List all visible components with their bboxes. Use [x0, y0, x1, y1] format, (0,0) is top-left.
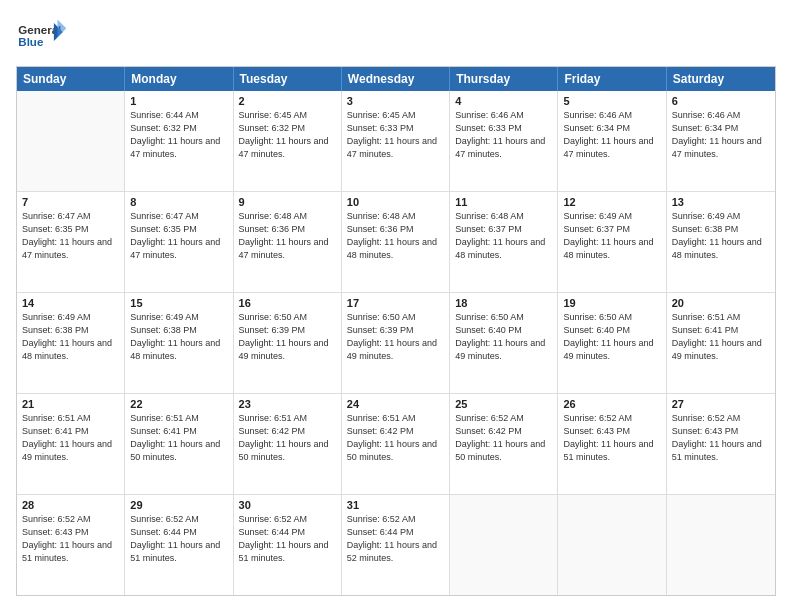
cell-info: Sunrise: 6:48 AMSunset: 6:36 PMDaylight:… [239, 210, 336, 262]
cell-info: Sunrise: 6:48 AMSunset: 6:36 PMDaylight:… [347, 210, 444, 262]
calendar-cell: 1Sunrise: 6:44 AMSunset: 6:32 PMDaylight… [125, 91, 233, 191]
cell-date-number: 5 [563, 95, 660, 107]
cell-date-number: 17 [347, 297, 444, 309]
calendar-cell: 8Sunrise: 6:47 AMSunset: 6:35 PMDaylight… [125, 192, 233, 292]
cell-date-number: 21 [22, 398, 119, 410]
calendar-cell: 11Sunrise: 6:48 AMSunset: 6:37 PMDayligh… [450, 192, 558, 292]
cell-info: Sunrise: 6:52 AMSunset: 6:42 PMDaylight:… [455, 412, 552, 464]
cell-date-number: 29 [130, 499, 227, 511]
cell-info: Sunrise: 6:52 AMSunset: 6:44 PMDaylight:… [347, 513, 444, 565]
calendar-cell: 28Sunrise: 6:52 AMSunset: 6:43 PMDayligh… [17, 495, 125, 595]
cell-date-number: 8 [130, 196, 227, 208]
cell-info: Sunrise: 6:51 AMSunset: 6:41 PMDaylight:… [22, 412, 119, 464]
svg-text:Blue: Blue [18, 36, 44, 48]
cell-date-number: 2 [239, 95, 336, 107]
calendar-day-header: Wednesday [342, 67, 450, 91]
logo: General Blue [16, 16, 66, 56]
calendar-week: 28Sunrise: 6:52 AMSunset: 6:43 PMDayligh… [17, 495, 775, 595]
calendar-cell: 4Sunrise: 6:46 AMSunset: 6:33 PMDaylight… [450, 91, 558, 191]
cell-date-number: 22 [130, 398, 227, 410]
calendar-day-header: Saturday [667, 67, 775, 91]
cell-date-number: 13 [672, 196, 770, 208]
cell-info: Sunrise: 6:52 AMSunset: 6:43 PMDaylight:… [22, 513, 119, 565]
cell-info: Sunrise: 6:46 AMSunset: 6:34 PMDaylight:… [672, 109, 770, 161]
calendar-week: 21Sunrise: 6:51 AMSunset: 6:41 PMDayligh… [17, 394, 775, 495]
calendar-cell [17, 91, 125, 191]
calendar-cell: 23Sunrise: 6:51 AMSunset: 6:42 PMDayligh… [234, 394, 342, 494]
cell-info: Sunrise: 6:52 AMSunset: 6:44 PMDaylight:… [239, 513, 336, 565]
cell-date-number: 25 [455, 398, 552, 410]
cell-info: Sunrise: 6:45 AMSunset: 6:32 PMDaylight:… [239, 109, 336, 161]
cell-info: Sunrise: 6:48 AMSunset: 6:37 PMDaylight:… [455, 210, 552, 262]
calendar-cell: 6Sunrise: 6:46 AMSunset: 6:34 PMDaylight… [667, 91, 775, 191]
calendar-day-header: Friday [558, 67, 666, 91]
calendar-cell: 5Sunrise: 6:46 AMSunset: 6:34 PMDaylight… [558, 91, 666, 191]
cell-date-number: 6 [672, 95, 770, 107]
cell-date-number: 28 [22, 499, 119, 511]
cell-date-number: 23 [239, 398, 336, 410]
cell-info: Sunrise: 6:51 AMSunset: 6:41 PMDaylight:… [130, 412, 227, 464]
header: General Blue [16, 16, 776, 56]
calendar-day-header: Sunday [17, 67, 125, 91]
calendar-day-header: Tuesday [234, 67, 342, 91]
calendar-week: 1Sunrise: 6:44 AMSunset: 6:32 PMDaylight… [17, 91, 775, 192]
cell-date-number: 10 [347, 196, 444, 208]
calendar-cell: 7Sunrise: 6:47 AMSunset: 6:35 PMDaylight… [17, 192, 125, 292]
calendar: SundayMondayTuesdayWednesdayThursdayFrid… [16, 66, 776, 596]
cell-info: Sunrise: 6:47 AMSunset: 6:35 PMDaylight:… [22, 210, 119, 262]
cell-info: Sunrise: 6:50 AMSunset: 6:39 PMDaylight:… [347, 311, 444, 363]
calendar-cell: 3Sunrise: 6:45 AMSunset: 6:33 PMDaylight… [342, 91, 450, 191]
cell-date-number: 30 [239, 499, 336, 511]
cell-info: Sunrise: 6:46 AMSunset: 6:34 PMDaylight:… [563, 109, 660, 161]
calendar-cell [450, 495, 558, 595]
calendar-cell: 27Sunrise: 6:52 AMSunset: 6:43 PMDayligh… [667, 394, 775, 494]
cell-date-number: 16 [239, 297, 336, 309]
cell-date-number: 9 [239, 196, 336, 208]
calendar-day-header: Monday [125, 67, 233, 91]
calendar-cell [558, 495, 666, 595]
cell-date-number: 26 [563, 398, 660, 410]
calendar-cell: 16Sunrise: 6:50 AMSunset: 6:39 PMDayligh… [234, 293, 342, 393]
calendar-header: SundayMondayTuesdayWednesdayThursdayFrid… [17, 67, 775, 91]
calendar-cell: 15Sunrise: 6:49 AMSunset: 6:38 PMDayligh… [125, 293, 233, 393]
cell-date-number: 14 [22, 297, 119, 309]
cell-info: Sunrise: 6:52 AMSunset: 6:44 PMDaylight:… [130, 513, 227, 565]
cell-date-number: 1 [130, 95, 227, 107]
calendar-cell [667, 495, 775, 595]
logo-icon: General Blue [16, 16, 66, 56]
cell-date-number: 18 [455, 297, 552, 309]
cell-date-number: 4 [455, 95, 552, 107]
cell-date-number: 20 [672, 297, 770, 309]
calendar-cell: 25Sunrise: 6:52 AMSunset: 6:42 PMDayligh… [450, 394, 558, 494]
cell-date-number: 3 [347, 95, 444, 107]
cell-info: Sunrise: 6:52 AMSunset: 6:43 PMDaylight:… [563, 412, 660, 464]
calendar-cell: 13Sunrise: 6:49 AMSunset: 6:38 PMDayligh… [667, 192, 775, 292]
cell-info: Sunrise: 6:49 AMSunset: 6:38 PMDaylight:… [672, 210, 770, 262]
cell-date-number: 7 [22, 196, 119, 208]
calendar-cell: 10Sunrise: 6:48 AMSunset: 6:36 PMDayligh… [342, 192, 450, 292]
calendar-cell: 18Sunrise: 6:50 AMSunset: 6:40 PMDayligh… [450, 293, 558, 393]
calendar-cell: 21Sunrise: 6:51 AMSunset: 6:41 PMDayligh… [17, 394, 125, 494]
calendar-cell: 2Sunrise: 6:45 AMSunset: 6:32 PMDaylight… [234, 91, 342, 191]
cell-info: Sunrise: 6:51 AMSunset: 6:41 PMDaylight:… [672, 311, 770, 363]
calendar-cell: 31Sunrise: 6:52 AMSunset: 6:44 PMDayligh… [342, 495, 450, 595]
cell-info: Sunrise: 6:50 AMSunset: 6:39 PMDaylight:… [239, 311, 336, 363]
calendar-body: 1Sunrise: 6:44 AMSunset: 6:32 PMDaylight… [17, 91, 775, 595]
calendar-cell: 29Sunrise: 6:52 AMSunset: 6:44 PMDayligh… [125, 495, 233, 595]
cell-info: Sunrise: 6:47 AMSunset: 6:35 PMDaylight:… [130, 210, 227, 262]
calendar-cell: 22Sunrise: 6:51 AMSunset: 6:41 PMDayligh… [125, 394, 233, 494]
calendar-cell: 26Sunrise: 6:52 AMSunset: 6:43 PMDayligh… [558, 394, 666, 494]
calendar-cell: 19Sunrise: 6:50 AMSunset: 6:40 PMDayligh… [558, 293, 666, 393]
calendar-cell: 24Sunrise: 6:51 AMSunset: 6:42 PMDayligh… [342, 394, 450, 494]
cell-info: Sunrise: 6:49 AMSunset: 6:37 PMDaylight:… [563, 210, 660, 262]
cell-date-number: 12 [563, 196, 660, 208]
cell-info: Sunrise: 6:46 AMSunset: 6:33 PMDaylight:… [455, 109, 552, 161]
cell-info: Sunrise: 6:49 AMSunset: 6:38 PMDaylight:… [22, 311, 119, 363]
cell-date-number: 24 [347, 398, 444, 410]
calendar-cell: 14Sunrise: 6:49 AMSunset: 6:38 PMDayligh… [17, 293, 125, 393]
calendar-cell: 9Sunrise: 6:48 AMSunset: 6:36 PMDaylight… [234, 192, 342, 292]
cell-date-number: 31 [347, 499, 444, 511]
cell-date-number: 19 [563, 297, 660, 309]
calendar-week: 14Sunrise: 6:49 AMSunset: 6:38 PMDayligh… [17, 293, 775, 394]
calendar-cell: 17Sunrise: 6:50 AMSunset: 6:39 PMDayligh… [342, 293, 450, 393]
